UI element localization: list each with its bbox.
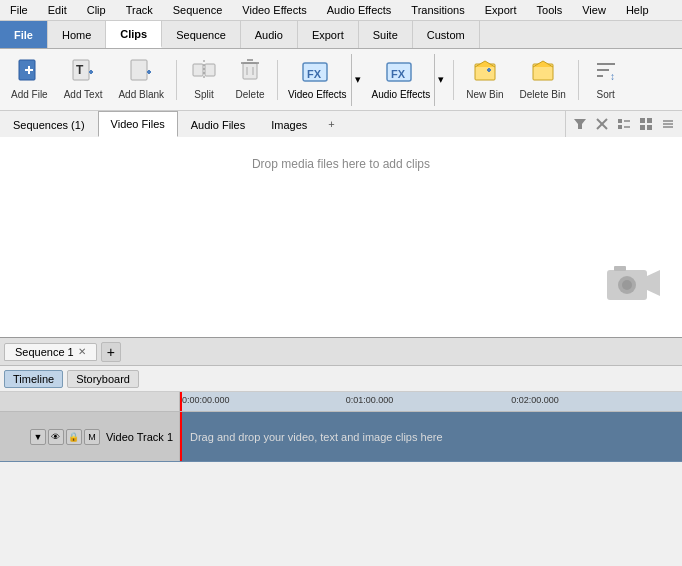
audio-effects-icon: FX xyxy=(385,59,417,89)
svg-rect-11 xyxy=(205,64,215,76)
menu-tools[interactable]: Tools xyxy=(531,2,569,18)
svg-text:FX: FX xyxy=(391,68,406,80)
menu-clip[interactable]: Clip xyxy=(81,2,112,18)
ruler-track: 0:00:00.000 0:01:00.000 0:02:00.000 xyxy=(180,392,682,411)
menu-audio-effects[interactable]: Audio Effects xyxy=(321,2,398,18)
sort-label: Sort xyxy=(597,89,615,101)
track-expand-button[interactable]: ▼ xyxy=(30,429,46,445)
toolbar: Add File T Add Text Add Blank xyxy=(0,49,682,111)
tab-suite[interactable]: Suite xyxy=(359,21,413,48)
svg-rect-40 xyxy=(647,125,652,130)
separator-2 xyxy=(277,60,278,100)
close-filter-icon[interactable] xyxy=(592,114,612,134)
track-controls: ▼ 👁 🔒 M xyxy=(30,429,100,445)
audio-effects-button[interactable]: FX Audio Effects ▾ xyxy=(367,53,449,107)
split-button[interactable]: Split xyxy=(182,53,226,107)
tab-custom[interactable]: Custom xyxy=(413,21,480,48)
filter-icon[interactable] xyxy=(570,114,590,134)
add-sequence-button[interactable]: + xyxy=(101,342,121,362)
svg-rect-33 xyxy=(618,119,622,123)
video-track-name: Video Track 1 xyxy=(106,431,173,443)
tab-images[interactable]: Images xyxy=(258,111,320,137)
menu-view[interactable]: View xyxy=(576,2,612,18)
video-track-content[interactable]: Drag and drop your video, text and image… xyxy=(180,412,682,461)
tab-audio[interactable]: Audio xyxy=(241,21,298,48)
ruler-start xyxy=(0,392,180,411)
video-track-label: ▼ 👁 🔒 M Video Track 1 xyxy=(0,412,180,461)
track-eye-button[interactable]: 👁 xyxy=(48,429,64,445)
svg-rect-13 xyxy=(243,63,257,79)
sequence-1-label: Sequence 1 xyxy=(15,346,74,358)
menu-bar: File Edit Clip Track Sequence Video Effe… xyxy=(0,0,682,21)
add-tab-button[interactable]: + xyxy=(320,114,342,134)
menu-file[interactable]: File xyxy=(4,2,34,18)
svg-rect-38 xyxy=(647,118,652,123)
delete-bin-label: Delete Bin xyxy=(520,89,566,101)
svg-rect-47 xyxy=(614,266,626,271)
new-bin-button[interactable]: New Bin xyxy=(459,53,510,107)
list-detail-icon[interactable] xyxy=(614,114,634,134)
time-marker-2: 0:02:00.000 xyxy=(511,392,559,405)
timeline-ruler: 0:00:00.000 0:01:00.000 0:02:00.000 xyxy=(0,392,682,412)
svg-text:T: T xyxy=(76,63,84,77)
split-icon xyxy=(192,58,216,87)
add-file-icon xyxy=(17,58,41,87)
add-text-label: Add Text xyxy=(64,89,103,101)
new-bin-icon xyxy=(473,58,497,87)
menu-edit[interactable]: Edit xyxy=(42,2,73,18)
add-text-button[interactable]: T Add Text xyxy=(57,53,110,107)
audio-effects-main[interactable]: FX Audio Effects xyxy=(368,54,435,106)
svg-rect-39 xyxy=(640,125,645,130)
tab-file[interactable]: File xyxy=(0,21,48,48)
video-effects-dropdown[interactable]: ▾ xyxy=(351,54,364,106)
time-marker-0: 0:00:00.000 xyxy=(182,392,230,405)
tab-sequences[interactable]: Sequences (1) xyxy=(0,111,98,137)
menu-transitions[interactable]: Transitions xyxy=(405,2,470,18)
timeline-nav: Timeline Storyboard xyxy=(0,366,682,392)
sequence-1-tab[interactable]: Sequence 1 ✕ xyxy=(4,343,97,361)
video-track-row: ▼ 👁 🔒 M Video Track 1 Drag and drop your… xyxy=(0,412,682,462)
audio-effects-dropdown[interactable]: ▾ xyxy=(434,54,447,106)
svg-point-46 xyxy=(622,280,632,290)
track-mute-button[interactable]: M xyxy=(84,429,100,445)
delete-label: Delete xyxy=(236,89,265,101)
grid-icon[interactable] xyxy=(636,114,656,134)
audio-effects-label: Audio Effects xyxy=(372,89,431,101)
delete-bin-button[interactable]: Delete Bin xyxy=(513,53,573,107)
menu-sequence[interactable]: Sequence xyxy=(167,2,229,18)
video-effects-main[interactable]: FX Video Effects xyxy=(284,54,351,106)
sort-button[interactable]: ↕ Sort xyxy=(584,53,628,107)
menu-track[interactable]: Track xyxy=(120,2,159,18)
add-file-button[interactable]: Add File xyxy=(4,53,55,107)
tab-clips[interactable]: Clips xyxy=(106,21,162,48)
time-marker-1: 0:01:00.000 xyxy=(346,392,394,405)
add-file-label: Add File xyxy=(11,89,48,101)
storyboard-button[interactable]: Storyboard xyxy=(67,370,139,388)
split-label: Split xyxy=(194,89,213,101)
tab-home[interactable]: Home xyxy=(48,21,106,48)
video-effects-button[interactable]: FX Video Effects ▾ xyxy=(283,53,365,107)
timeline-area: Sequence 1 ✕ + Timeline Storyboard 0:00:… xyxy=(0,337,682,462)
tab-export[interactable]: Export xyxy=(298,21,359,48)
content-tabs: Sequences (1) Video Files Audio Files Im… xyxy=(0,111,565,137)
timeline-button[interactable]: Timeline xyxy=(4,370,63,388)
menu-help[interactable]: Help xyxy=(620,2,655,18)
video-effects-icon: FX xyxy=(301,59,333,89)
tab-sequence[interactable]: Sequence xyxy=(162,21,241,48)
menu-video-effects[interactable]: Video Effects xyxy=(236,2,312,18)
track-lock-button[interactable]: 🔒 xyxy=(66,429,82,445)
separator-4 xyxy=(578,60,579,100)
sequence-1-close[interactable]: ✕ xyxy=(78,346,86,357)
delete-bin-icon xyxy=(531,58,555,87)
drop-area: Drop media files here to add clips xyxy=(0,137,682,337)
svg-text:FX: FX xyxy=(307,68,322,80)
track-drop-message: Drag and drop your video, text and image… xyxy=(190,431,443,443)
playhead-line-ruler xyxy=(180,392,182,411)
tab-audio-files[interactable]: Audio Files xyxy=(178,111,258,137)
tab-video-files[interactable]: Video Files xyxy=(98,111,178,137)
add-blank-button[interactable]: Add Blank xyxy=(111,53,171,107)
resize-icon[interactable] xyxy=(658,114,678,134)
menu-export[interactable]: Export xyxy=(479,2,523,18)
new-bin-label: New Bin xyxy=(466,89,503,101)
delete-button[interactable]: Delete xyxy=(228,53,272,107)
